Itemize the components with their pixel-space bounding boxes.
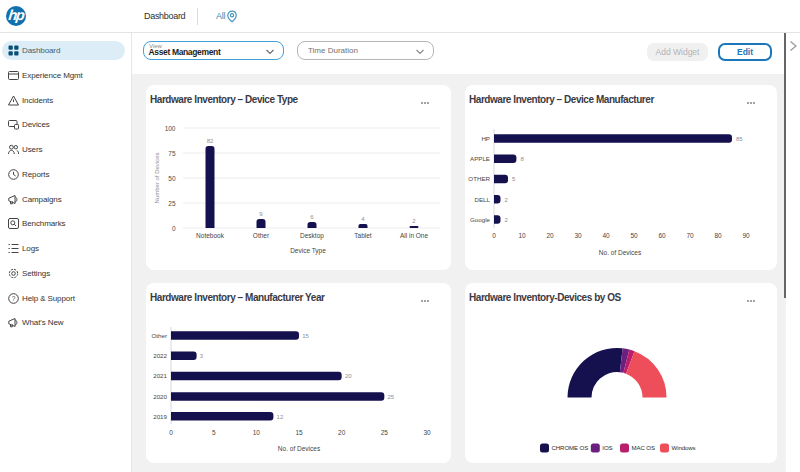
svg-text:60: 60 bbox=[658, 232, 666, 239]
svg-text:2: 2 bbox=[412, 218, 416, 224]
svg-text:85: 85 bbox=[736, 136, 743, 142]
svg-text:All in One: All in One bbox=[400, 232, 429, 239]
svg-text:0: 0 bbox=[492, 232, 496, 239]
svg-text:25: 25 bbox=[381, 429, 389, 436]
svg-text:Desktop: Desktop bbox=[300, 232, 324, 240]
svg-text:0: 0 bbox=[172, 225, 176, 232]
svg-text:No. of Devices: No. of Devices bbox=[599, 249, 642, 256]
svg-text:IOS: IOS bbox=[602, 444, 612, 451]
svg-text:No. of Devices: No. of Devices bbox=[278, 445, 321, 452]
svg-text:50: 50 bbox=[630, 232, 638, 239]
svg-text:9: 9 bbox=[259, 211, 263, 217]
svg-text:2021: 2021 bbox=[153, 372, 167, 379]
svg-text:25: 25 bbox=[168, 200, 176, 207]
svg-text:25: 25 bbox=[388, 393, 395, 399]
svg-text:Notebook: Notebook bbox=[196, 232, 225, 239]
svg-text:2: 2 bbox=[505, 217, 509, 223]
svg-text:10: 10 bbox=[253, 429, 261, 436]
svg-text:APPLE: APPLE bbox=[470, 155, 490, 162]
svg-text:75: 75 bbox=[168, 150, 176, 157]
svg-text:30: 30 bbox=[423, 429, 431, 436]
svg-text:40: 40 bbox=[602, 232, 610, 239]
svg-text:DELL: DELL bbox=[475, 196, 491, 203]
svg-text:50: 50 bbox=[168, 175, 176, 182]
svg-text:10: 10 bbox=[518, 232, 526, 239]
svg-text:82: 82 bbox=[207, 138, 214, 144]
svg-text:Tablet: Tablet bbox=[354, 232, 372, 239]
svg-text:20: 20 bbox=[345, 373, 352, 379]
svg-text:?: ? bbox=[12, 294, 16, 301]
svg-text:MAC OS: MAC OS bbox=[632, 444, 655, 451]
svg-text:HP: HP bbox=[481, 135, 490, 142]
svg-text:Google: Google bbox=[470, 216, 491, 223]
svg-text:20: 20 bbox=[546, 232, 554, 239]
svg-text:5: 5 bbox=[212, 429, 216, 436]
svg-text:12: 12 bbox=[277, 413, 284, 419]
svg-text:2: 2 bbox=[505, 197, 509, 203]
svg-text:0: 0 bbox=[169, 429, 173, 436]
svg-text:Other: Other bbox=[152, 331, 167, 338]
svg-text:Number of Devices: Number of Devices bbox=[154, 152, 160, 203]
svg-text:90: 90 bbox=[742, 232, 750, 239]
svg-text:5: 5 bbox=[512, 176, 516, 182]
svg-text:Other: Other bbox=[253, 232, 270, 239]
svg-text:CHROME OS: CHROME OS bbox=[552, 444, 589, 451]
svg-text:30: 30 bbox=[574, 232, 582, 239]
svg-text:4: 4 bbox=[361, 216, 365, 222]
svg-text:70: 70 bbox=[686, 232, 694, 239]
svg-text:Device Type: Device Type bbox=[290, 247, 326, 255]
svg-text:2019: 2019 bbox=[153, 412, 167, 419]
svg-text:100: 100 bbox=[165, 125, 176, 132]
svg-text:2022: 2022 bbox=[153, 351, 167, 358]
svg-text:15: 15 bbox=[295, 429, 303, 436]
svg-text:15: 15 bbox=[302, 332, 309, 338]
svg-text:OTHER: OTHER bbox=[468, 175, 490, 182]
svg-text:2020: 2020 bbox=[153, 392, 167, 399]
svg-text:8: 8 bbox=[520, 156, 524, 162]
svg-text:20: 20 bbox=[338, 429, 346, 436]
svg-text:3: 3 bbox=[200, 352, 204, 358]
svg-text:Windows: Windows bbox=[672, 444, 696, 451]
svg-text:80: 80 bbox=[714, 232, 722, 239]
svg-text:6: 6 bbox=[310, 214, 314, 220]
